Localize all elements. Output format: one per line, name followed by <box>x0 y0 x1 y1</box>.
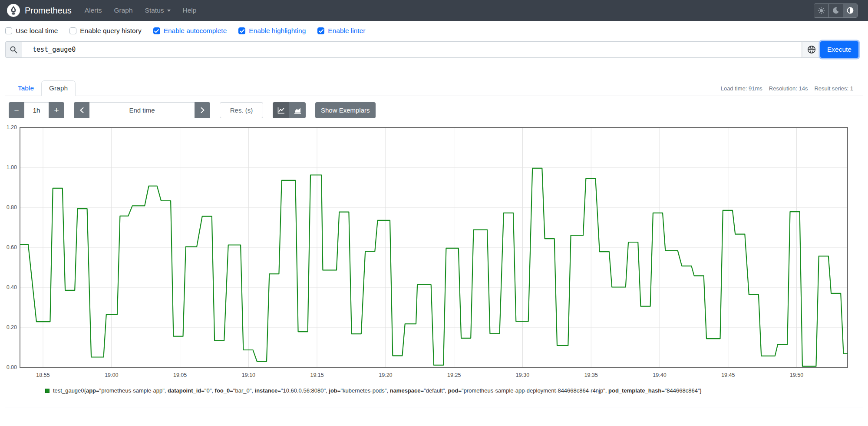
theme-moon-button[interactable] <box>828 4 843 17</box>
line-chart-icon <box>277 107 285 114</box>
checkbox-checked-icon[interactable] <box>317 27 324 34</box>
checkbox-enable-linter[interactable]: Enable linter <box>317 27 365 35</box>
range-duration-input[interactable] <box>24 102 49 118</box>
end-time-group <box>74 102 210 118</box>
svg-text:19:45: 19:45 <box>721 372 735 378</box>
svg-text:19:40: 19:40 <box>653 372 666 378</box>
time-forward-button[interactable] <box>195 102 210 118</box>
graph-panel: − + <box>5 96 863 407</box>
svg-text:19:05: 19:05 <box>173 372 187 378</box>
svg-text:0.60: 0.60 <box>7 244 17 250</box>
nav-links: AlertsGraphStatusHelp <box>79 7 203 14</box>
chart-area[interactable]: 0.000.200.400.600.801.001.2018:5519:0019… <box>3 124 863 386</box>
svg-text:0.80: 0.80 <box>7 204 17 210</box>
show-exemplars-button[interactable]: Show Exemplars <box>315 102 376 118</box>
range-group: − + <box>9 102 64 118</box>
range-decrease-button[interactable]: − <box>9 102 24 118</box>
checkbox-label: Enable linter <box>328 27 365 35</box>
sun-icon <box>818 7 825 14</box>
checkbox-enable-query-history[interactable]: Enable query history <box>69 27 141 35</box>
svg-text:19:20: 19:20 <box>379 372 392 378</box>
svg-text:19:10: 19:10 <box>242 372 255 378</box>
stat-load-time: Load time: 91ms <box>721 85 762 92</box>
end-time-input[interactable] <box>89 102 195 118</box>
nav-item-alerts[interactable]: Alerts <box>79 7 108 14</box>
nav-item-help[interactable]: Help <box>177 7 203 14</box>
series-line <box>20 168 848 366</box>
chevron-right-icon <box>200 107 205 113</box>
theme-toggle-group <box>814 3 858 18</box>
checkbox-label: Enable query history <box>80 27 141 35</box>
query-stats: Load time: 91ms Resolution: 14s Result s… <box>721 85 853 92</box>
chevron-left-icon <box>79 107 84 113</box>
range-increase-button[interactable]: + <box>49 102 64 118</box>
circle-half-icon <box>847 7 854 14</box>
checkbox-checked-icon[interactable] <box>153 27 160 34</box>
theme-sun-button[interactable] <box>814 4 828 17</box>
options-bar: Use local timeEnable query historyEnable… <box>0 21 868 40</box>
checkbox-use-local-time[interactable]: Use local time <box>5 27 58 35</box>
svg-text:19:25: 19:25 <box>447 372 461 378</box>
checkbox-unchecked-icon[interactable] <box>5 27 12 34</box>
svg-text:19:00: 19:00 <box>105 372 118 378</box>
checkbox-label: Use local time <box>16 27 58 35</box>
graph-svg: 0.000.200.400.600.801.001.2018:5519:0019… <box>3 124 848 385</box>
query-input-group: Execute <box>5 41 858 58</box>
stacked-chart-toggle-button[interactable] <box>289 102 306 118</box>
svg-text:19:15: 19:15 <box>310 372 323 378</box>
metrics-explorer-button[interactable] <box>802 41 820 58</box>
legend-row[interactable]: test_gauge0{app="prometheus-sample-app",… <box>45 387 863 394</box>
checkbox-label: Enable highlighting <box>249 27 306 35</box>
svg-text:0.20: 0.20 <box>7 324 17 330</box>
svg-text:1.00: 1.00 <box>7 164 17 170</box>
stat-resolution: Resolution: 14s <box>769 85 808 92</box>
checkbox-unchecked-icon[interactable] <box>69 27 76 34</box>
graph-controls: − + <box>5 96 863 118</box>
tabs-row: Table Graph Load time: 91ms Resolution: … <box>5 80 863 96</box>
time-back-button[interactable] <box>74 102 89 118</box>
svg-text:0.40: 0.40 <box>7 284 17 290</box>
nav-item-graph[interactable]: Graph <box>108 7 139 14</box>
stacked-chart-icon <box>294 107 301 114</box>
line-chart-toggle-button[interactable] <box>273 102 289 118</box>
caret-down-icon <box>167 10 171 13</box>
checkbox-enable-autocomplete[interactable]: Enable autocomplete <box>153 27 227 35</box>
brand[interactable]: Prometheus <box>7 4 72 17</box>
svg-text:1.20: 1.20 <box>7 124 17 130</box>
nav-item-status[interactable]: Status <box>139 7 177 14</box>
search-addon <box>5 41 22 58</box>
theme-circle-half-button[interactable] <box>843 4 857 17</box>
search-icon <box>10 46 17 53</box>
query-expression-input[interactable] <box>22 41 802 58</box>
checkbox-checked-icon[interactable] <box>238 27 245 34</box>
svg-text:19:50: 19:50 <box>790 372 803 378</box>
brand-title: Prometheus <box>25 6 72 16</box>
series-color-swatch <box>45 389 50 393</box>
svg-text:19:30: 19:30 <box>516 372 529 378</box>
navbar: Prometheus AlertsGraphStatusHelp <box>0 0 868 21</box>
checkbox-enable-highlighting[interactable]: Enable highlighting <box>238 27 306 35</box>
resolution-input[interactable] <box>220 102 263 118</box>
checkbox-label: Enable autocomplete <box>164 27 227 35</box>
series-label: test_gauge0{app="prometheus-sample-app",… <box>53 387 702 394</box>
chart-type-toggle <box>273 102 306 118</box>
tab-table[interactable]: Table <box>10 81 41 96</box>
svg-text:19:35: 19:35 <box>584 372 598 378</box>
svg-text:18:55: 18:55 <box>36 372 50 378</box>
prometheus-logo-icon <box>7 4 20 17</box>
stat-result-series: Result series: 1 <box>814 85 853 92</box>
globe-icon <box>807 45 816 54</box>
svg-text:0.00: 0.00 <box>7 364 17 370</box>
moon-icon <box>832 7 839 14</box>
execute-button[interactable]: Execute <box>820 41 858 58</box>
tab-graph[interactable]: Graph <box>41 80 76 96</box>
